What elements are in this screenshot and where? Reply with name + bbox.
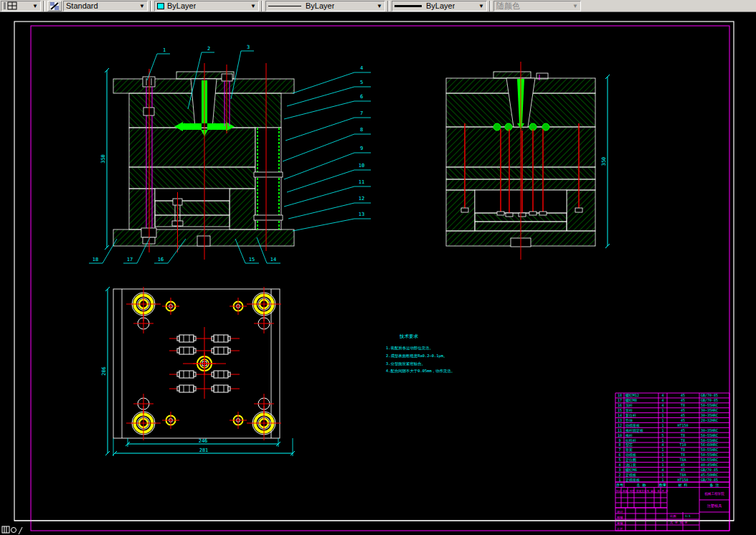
bom-cell: 9 xyxy=(618,438,620,442)
bom-cell: 14 xyxy=(618,413,622,417)
bom-cell: 28~32HRC xyxy=(701,418,718,422)
bom-cell: 1 xyxy=(661,458,663,462)
bom-cell: 动模座板 xyxy=(625,423,640,427)
bom-cell: 50~55HRC xyxy=(701,403,718,407)
bom-cell: 螺钉M6 xyxy=(625,468,637,472)
cavity-insert xyxy=(212,372,214,377)
dimension-text: 246 xyxy=(199,438,208,444)
bom-cell: 动模板 xyxy=(625,453,636,457)
bom-cell: 11 xyxy=(618,428,622,432)
bom-cell: 导套 xyxy=(625,448,633,452)
cavity-insert xyxy=(228,349,230,353)
leader-number: 9 xyxy=(360,146,363,151)
drawing-title: 注塑模具 xyxy=(707,503,722,508)
toolbar-separator xyxy=(150,1,152,11)
bom-cell: 50~55HRC xyxy=(701,448,718,452)
bom-cell: 6 xyxy=(618,453,620,457)
school-name: 机械工程学院 xyxy=(704,491,724,496)
color-control-combo[interactable]: ByLayer ▼ xyxy=(154,1,259,11)
toolbar-separator xyxy=(489,1,491,11)
notes-item: 2.成型表面粗糙度Ra0.2~0.1μm。 xyxy=(386,354,447,359)
bom-cell: 5 xyxy=(661,433,663,437)
cavity-insert xyxy=(177,349,179,353)
bom-cell: 50~55HRC xyxy=(701,458,718,462)
cavity-insert xyxy=(212,349,214,353)
bom-cell: T8 xyxy=(681,453,685,457)
leader-number: 10 xyxy=(359,163,364,169)
cavity-insert xyxy=(228,336,230,341)
bom-cell: 12 xyxy=(618,423,622,427)
bom-cell: T8 xyxy=(681,448,685,452)
leader-number: 18 xyxy=(93,257,98,262)
notes-item: 4.配合间隙不大于0.05mm，动作灵活。 xyxy=(386,369,455,374)
cavity-insert xyxy=(177,336,179,341)
cavity-insert xyxy=(194,349,196,353)
bom-cell: 1 xyxy=(661,428,663,432)
cavity-insert xyxy=(177,387,179,391)
leader-number: 4 xyxy=(360,65,363,71)
notes-item: 1.装配后各运动部位灵活。 xyxy=(386,346,433,351)
bom-cell: 1 xyxy=(661,463,663,467)
bom-cell: 1 xyxy=(661,473,663,477)
designer-label: 校核 xyxy=(617,516,623,519)
bom-cell: 1 xyxy=(661,448,663,452)
notes-item: 3.分型面应紧密贴合。 xyxy=(386,361,425,366)
bom-header: 备 注 xyxy=(709,483,719,487)
linetype-control-combo[interactable]: ByLayer ▼ xyxy=(265,1,385,11)
bom-cell: 8 xyxy=(618,442,620,447)
bom-cell: 30~35HRC xyxy=(701,408,718,412)
bom-cell: 1 xyxy=(661,438,663,442)
plot-style-combo[interactable]: 随颜色 ▼ xyxy=(493,1,581,11)
bom-cell: 1 xyxy=(661,423,663,427)
leader-number: 6 xyxy=(360,94,363,100)
bom-cell: 30~35HRC xyxy=(701,428,718,432)
left-section-view xyxy=(113,63,294,260)
scale-value: 1:1 xyxy=(685,514,691,518)
leader-number: 17 xyxy=(127,257,133,262)
bom-cell: T8 xyxy=(681,403,685,407)
leader-number: 8 xyxy=(360,127,363,133)
leader-number: 15 xyxy=(249,257,255,262)
bom-cell: 推杆 xyxy=(625,433,633,437)
bom-cell: 3 xyxy=(618,468,620,472)
dimension-text: 350 xyxy=(601,157,607,166)
lineweight-control-combo[interactable]: ByLayer ▼ xyxy=(392,1,487,11)
revision-row-labels: 标记 处数 分区 更改文件号 签名 年.月.日 xyxy=(615,489,668,493)
bom-cell: HT150 xyxy=(677,478,688,482)
cavity-insert xyxy=(212,336,214,341)
text-style-button[interactable] xyxy=(47,1,62,11)
plot-style-value: 随颜色 xyxy=(496,1,520,11)
bom-cell: 4 xyxy=(661,468,663,472)
text-style-value: Standard xyxy=(66,1,98,10)
color-swatch xyxy=(157,3,164,9)
cavity-insert xyxy=(179,335,194,342)
drawing-canvas[interactable]: 1234567891011121318171615143503502062462… xyxy=(0,0,756,535)
properties-toolbar: ▼ Standard ▼ ByLayer ▼ ByLayer ▼ ByLayer… xyxy=(0,0,756,12)
cavity-insert xyxy=(194,372,196,377)
toolbar-separator xyxy=(261,1,263,11)
designer-label: 工艺 xyxy=(616,527,623,531)
bom-cell: HT150 xyxy=(677,423,688,427)
cavity-insert xyxy=(214,335,228,342)
cavity-insert xyxy=(177,372,179,377)
clipped-layer-combo[interactable]: ▼ xyxy=(1,1,41,11)
linetype-value: ByLayer xyxy=(306,1,334,10)
linetype-sample-icon xyxy=(268,6,301,6)
bom-cell: 4 xyxy=(661,393,663,397)
bom-cell: 4 xyxy=(661,403,663,407)
bom-cell: 13 xyxy=(618,418,622,422)
bom-cell: 45 xyxy=(681,413,685,417)
bom-cell: 10 xyxy=(618,433,622,437)
dimension-text: 206 xyxy=(101,366,107,376)
cavity-insert xyxy=(179,347,194,354)
bom-header: 序号 xyxy=(616,483,623,488)
bom-cell: T8A xyxy=(679,473,686,477)
bom-header: 材 料 xyxy=(677,483,687,488)
bom-cell: 45~50HRC xyxy=(701,473,718,477)
bom-header: 数量 xyxy=(659,483,666,487)
bom-cell: 50~55HRC xyxy=(701,438,718,442)
chevron-down-icon: ▼ xyxy=(30,1,40,11)
text-style-combo[interactable]: Standard ▼ xyxy=(63,1,148,11)
bom-cell: 50~55HRC xyxy=(701,453,718,457)
cavity-insert xyxy=(214,371,228,378)
